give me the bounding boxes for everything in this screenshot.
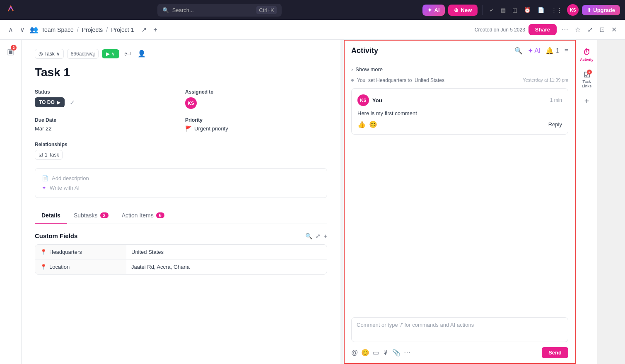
tab-subtasks[interactable]: Subtasks 2 xyxy=(67,208,115,224)
status-field: Status TO DO ▶ ✓ xyxy=(35,89,177,109)
expand-button[interactable]: ⤢ xyxy=(586,24,594,35)
task-type-tag[interactable]: ◎ Task ∨ xyxy=(35,49,64,59)
at-mention-button[interactable]: @ xyxy=(351,349,358,357)
activity-ai-button[interactable]: ✦ AI xyxy=(528,47,541,55)
emoji-picker-button[interactable]: 😊 xyxy=(361,349,369,357)
send-button[interactable]: Send xyxy=(542,347,568,358)
expand-fields-button[interactable]: ⤢ xyxy=(316,233,321,239)
breadcrumb-workspace[interactable]: Team Space xyxy=(41,27,74,33)
task-title[interactable]: Task 1 xyxy=(35,66,327,79)
assignee-button[interactable]: 👤 xyxy=(136,48,147,59)
reply-button[interactable]: Reply xyxy=(548,121,562,128)
activity-search-button[interactable]: 🔍 xyxy=(514,47,523,55)
show-more-button[interactable]: › Show more xyxy=(351,66,568,72)
task-id: 866adpwaj xyxy=(67,49,99,59)
comment-text: Here is my first comment xyxy=(357,110,562,116)
status-check-icon[interactable]: ✓ xyxy=(70,99,75,106)
logo-icon[interactable] xyxy=(5,3,17,17)
upgrade-button[interactable]: ⬆ Upgrade xyxy=(582,5,620,15)
export-icon[interactable]: ↗ xyxy=(140,24,148,35)
upgrade-icon: ⬆ xyxy=(587,7,591,13)
custom-fields-header: Custom Fields 🔍 ⤢ + xyxy=(35,232,327,239)
tag-button[interactable]: 🏷 xyxy=(123,48,133,59)
assignee-avatar[interactable]: KS xyxy=(185,97,197,109)
field-key-headquarters: 📍 Headquarters xyxy=(35,245,126,259)
share-button[interactable]: Share xyxy=(528,24,557,35)
emoji-reaction-button[interactable]: 😊 xyxy=(369,121,377,128)
table-row: 📍 Location Jaatei Rd, Accra, Ghana xyxy=(35,260,327,274)
add-description-button[interactable]: 📄 Add description xyxy=(42,175,320,181)
table-row: 📍 Headquarters United States xyxy=(35,245,327,260)
relationship-item[interactable]: ☑ 1 Task xyxy=(35,150,63,160)
ai-button[interactable]: ✦ AI xyxy=(422,5,445,16)
comment-actions: 👍 😊 Reply xyxy=(357,121,562,128)
tab-action-items[interactable]: Action Items 6 xyxy=(115,208,171,224)
close-button[interactable]: ✕ xyxy=(610,24,618,35)
custom-fields-table: 📍 Headquarters United States 📍 Location … xyxy=(35,244,327,275)
user-avatar[interactable]: KS xyxy=(567,4,579,16)
tab-details[interactable]: Details xyxy=(35,208,67,224)
main-layout: ▣ 2 ◎ Task ∨ 866adpwaj ▶ ∨ 🏷 👤 Task 1 St xyxy=(0,40,625,364)
sidebar-item-task-links[interactable]: ☑ 1 Task Links xyxy=(576,67,597,92)
task-icon: ◎ xyxy=(39,51,43,57)
grid-nav-icon[interactable]: ⋮⋮ xyxy=(550,5,564,15)
nav-separator xyxy=(483,5,483,15)
sidebar-panels-icon[interactable]: ▣ 2 xyxy=(5,45,17,59)
scroll-track[interactable] xyxy=(340,40,344,364)
activity-log-item: You set Headquarters to United States Ye… xyxy=(351,77,568,83)
checkmark-nav-icon[interactable]: ✓ xyxy=(488,5,496,15)
breadcrumb-actions: Created on Jun 5 2023 Share ⋯ ☆ ⤢ ⊡ ✕ xyxy=(475,24,618,35)
assigned-to-label: Assigned to xyxy=(185,89,327,95)
sidebar-item-activity[interactable]: ⏱ Activity xyxy=(576,45,597,65)
fullscreen-button[interactable]: ⊡ xyxy=(598,24,606,35)
add-breadcrumb-button[interactable]: + xyxy=(152,24,159,35)
tabs-bar: Details Subtasks 2 Action Items 6 xyxy=(35,208,327,224)
search-fields-button[interactable]: 🔍 xyxy=(305,233,312,239)
location-pin-icon: 📍 xyxy=(40,249,47,255)
doc-nav-icon[interactable]: ▦ xyxy=(499,5,507,15)
add-sidebar-section-button[interactable]: + xyxy=(584,96,589,106)
video-nav-icon[interactable]: ◫ xyxy=(511,5,519,15)
add-field-button[interactable]: + xyxy=(324,233,327,239)
relationship-icon: ☑ xyxy=(39,152,43,158)
search-bar[interactable]: 🔍 Search... Ctrl+K xyxy=(157,4,282,17)
comment-input-area: @ 😊 ▭ 🎙 📎 ⋯ Send xyxy=(345,312,575,363)
alarm-nav-icon[interactable]: ⏰ xyxy=(522,5,533,15)
search-placeholder: Search... xyxy=(172,7,194,13)
more-options-button[interactable]: ⋯ xyxy=(560,24,570,35)
activity-sidebar-icon: ⏱ xyxy=(583,48,591,57)
field-val-location[interactable]: Jaatei Rd, Accra, Ghana xyxy=(126,260,327,274)
status-arrow-icon: ▶ xyxy=(57,100,60,105)
due-date-label: Due Date xyxy=(35,117,177,123)
due-date-field: Due Date Mar 22 xyxy=(35,117,177,132)
status-badge[interactable]: TO DO ▶ xyxy=(35,97,65,107)
screen-share-button[interactable]: ▭ xyxy=(373,349,379,357)
activity-bell-button[interactable]: 🔔 1 xyxy=(545,47,559,55)
custom-fields-title: Custom Fields xyxy=(35,232,77,239)
thumbs-up-button[interactable]: 👍 xyxy=(357,121,366,128)
comment-input[interactable] xyxy=(351,317,568,342)
field-val-headquarters[interactable]: United States xyxy=(126,245,327,259)
priority-flag-icon: 🚩 xyxy=(185,125,192,132)
star-button[interactable]: ☆ xyxy=(573,24,582,35)
priority-value[interactable]: 🚩 Urgent priority xyxy=(185,125,327,132)
more-tools-button[interactable]: ⋯ xyxy=(404,349,410,357)
new-button[interactable]: ⊕ New xyxy=(448,5,478,16)
tag-dropdown-icon: ∨ xyxy=(56,51,60,57)
nav-down-button[interactable]: ∨ xyxy=(18,24,27,35)
activity-filter-button[interactable]: ≡ xyxy=(565,47,568,55)
attachment-button[interactable]: 📎 xyxy=(392,349,401,357)
created-text: Created on Jun 5 2023 xyxy=(475,27,525,33)
play-button[interactable]: ▶ ∨ xyxy=(102,49,119,58)
write-with-ai-button[interactable]: ✦ Write with AI xyxy=(42,185,320,191)
breadcrumb-projects[interactable]: Projects xyxy=(82,27,103,33)
page-nav-icon[interactable]: 📄 xyxy=(536,5,546,15)
breadcrumb-project[interactable]: Project 1 xyxy=(111,27,134,33)
due-date-value[interactable]: Mar 22 xyxy=(35,125,177,132)
activity-bell-wrapper: 🔔 1 xyxy=(545,47,559,55)
mic-button[interactable]: 🎙 xyxy=(382,349,389,357)
assigned-to-field: Assigned to KS xyxy=(185,89,327,109)
activity-panel: Activity 🔍 ✦ AI 🔔 1 ≡ › Show more You se… xyxy=(344,40,576,364)
breadcrumb-sep-2: / xyxy=(106,27,108,33)
nav-up-button[interactable]: ∧ xyxy=(7,24,15,35)
